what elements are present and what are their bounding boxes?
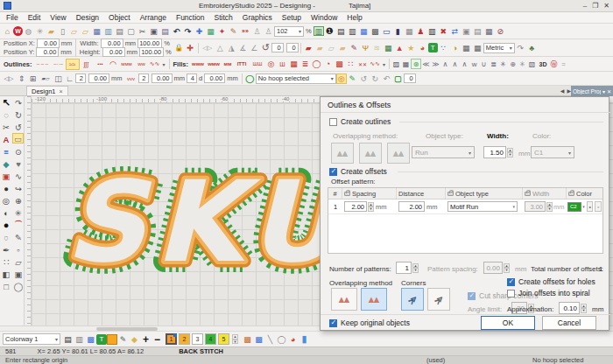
auto-scroll-icon[interactable]: ↷ — [515, 42, 526, 53]
skew-field[interactable]: 0 — [286, 43, 299, 52]
tab-design1[interactable]: Design1 × — [26, 86, 68, 95]
patch-icon[interactable]: ▰ — [337, 42, 349, 53]
wave-outline-icon[interactable]: ∿∿ — [149, 59, 161, 70]
colorway-editor-icon[interactable]: ▦ — [358, 25, 370, 37]
weld-tool[interactable]: ◯ — [12, 280, 25, 292]
print-preview-icon[interactable]: ▢ — [125, 25, 137, 37]
panel-close-icon[interactable]: ✕ — [607, 88, 611, 94]
reset-hoop-icon[interactable]: ↶ — [381, 73, 392, 84]
feather-left-icon[interactable]: ≪ — [421, 59, 431, 70]
ok-button[interactable]: OK — [481, 316, 535, 330]
menu-item[interactable]: Object — [109, 13, 130, 22]
spool-icon[interactable]: ▮ — [299, 333, 310, 345]
color-wheel2-icon[interactable]: ◕ — [287, 333, 299, 345]
lettering-tool[interactable]: A — [0, 133, 12, 145]
rotate-cw-icon[interactable]: ∠ — [249, 42, 260, 53]
color-chip[interactable]: 4 — [205, 333, 216, 345]
circle-outline-icon[interactable]: ◯ — [276, 333, 287, 345]
needle-threader-icon[interactable]: Ψ — [360, 42, 371, 53]
mesh-effect-icon[interactable]: ▦ — [401, 59, 411, 70]
outline-patch-icon[interactable]: ▱ — [326, 42, 337, 53]
mirror-x-icon[interactable]: ◁▷ — [201, 42, 215, 53]
close-button[interactable]: ✕ — [603, 2, 609, 10]
spiral-fill-icon[interactable]: ◔ — [322, 59, 334, 70]
save-icon[interactable]: ▦ — [91, 25, 102, 37]
space-evenly-icon[interactable]: ▰▱ — [39, 73, 53, 84]
thread-colors-icon[interactable]: ▥ — [347, 25, 358, 37]
grid-count-field[interactable]: 4 — [187, 74, 197, 83]
export-icon[interactable]: ▥ — [102, 25, 114, 37]
edit-color-button[interactable]: • — [587, 201, 594, 212]
menu-item[interactable]: View — [50, 13, 66, 22]
hoop-center-icon[interactable]: ◎ — [336, 74, 347, 84]
lasso-select-tool[interactable]: ◌ — [0, 108, 12, 121]
units-select[interactable]: Metric▾ — [483, 43, 515, 53]
current-color-swatch[interactable] — [107, 334, 117, 345]
color-picker-icon[interactable]: ✎ — [117, 333, 129, 345]
corner-round-button[interactable]: ≫ — [427, 288, 450, 311]
jagged-a-icon[interactable]: ∧ — [440, 59, 450, 70]
object-properties-panel-header[interactable]: Object Properties ▾ ✕ — [571, 86, 613, 96]
machine-icon[interactable]: ✖ — [438, 25, 449, 37]
beads-icon[interactable]: ∵ — [438, 42, 449, 53]
equal-icon[interactable]: = — [559, 59, 568, 70]
stitch-density-icon[interactable]: ▦ — [404, 25, 415, 37]
motif-fill-icon[interactable]: ШШ — [250, 59, 265, 70]
star-icon[interactable]: ★ — [405, 42, 417, 53]
arc-tool[interactable]: ⌒ — [12, 219, 25, 231]
col-distance[interactable]: Distance — [398, 190, 424, 198]
col-number[interactable]: # — [333, 190, 336, 198]
motif-outline-icon[interactable]: –··– — [52, 59, 66, 70]
print-icon[interactable]: ▤ — [114, 25, 125, 37]
flower-tool[interactable]: ✳ — [12, 206, 25, 219]
kaleidoscope-icon[interactable]: ✳ — [518, 59, 527, 70]
menu-item[interactable]: Window — [311, 13, 337, 22]
col-color[interactable]: Color — [576, 190, 592, 198]
align-left-right-icon[interactable]: ◁▷ — [2, 73, 16, 84]
redraw-tool[interactable]: ↻ — [12, 108, 25, 121]
florentine-icon[interactable]: ✳ — [498, 59, 508, 70]
backstitch-outline-icon[interactable]: ≈≈ — [66, 59, 80, 70]
freehand-tool[interactable]: ∿ — [12, 170, 25, 182]
satin-fill-icon[interactable]: ᴡᴡᴡ — [190, 59, 206, 70]
outline-color-select[interactable]: C1▾ — [531, 146, 574, 158]
contour-fill-icon[interactable]: ≣ — [299, 59, 311, 70]
col-width[interactable]: Width — [532, 190, 549, 198]
color-grid-icon[interactable]: ▩ — [85, 333, 96, 345]
satin-raised-fill-icon[interactable]: ᴡᴍᴡ — [206, 59, 222, 70]
position-y-field[interactable]: 0.00 — [36, 47, 59, 57]
angle-icon[interactable]: ∟ — [64, 73, 75, 84]
monogram-tool[interactable]: ◆ — [0, 158, 12, 170]
grid-settings-icon[interactable]: ▦ — [472, 42, 483, 53]
object-type-select[interactable]: Run▾ — [412, 146, 475, 158]
add-color-icon[interactable]: + — [140, 333, 151, 345]
star-effect-icon[interactable]: ⊛ — [411, 59, 421, 69]
curve-effect-icon[interactable]: ∪ — [479, 59, 489, 70]
stipple-fill-icon[interactable]: ∷ — [345, 59, 356, 70]
element-icon[interactable]: ✦ — [216, 25, 228, 37]
row-width-field[interactable]: 3.00 — [525, 201, 546, 212]
feather-right-icon[interactable]: ≫ — [431, 59, 440, 70]
align-centers-icon[interactable]: ⊞ — [27, 73, 39, 84]
open-recent-icon[interactable]: ▱ — [80, 25, 91, 37]
hatch-effect-icon[interactable]: ▨ — [391, 59, 401, 70]
tab-close-icon[interactable]: × — [60, 88, 63, 94]
split-tool[interactable]: ◧ — [0, 268, 12, 280]
color-chip[interactable]: 3 — [192, 333, 203, 345]
line-tool-icon[interactable]: ╲ — [264, 333, 276, 345]
col-spacing[interactable]: Spacing — [352, 190, 376, 198]
lock-icon[interactable] — [344, 192, 350, 196]
create-offsets-for-holes-checkbox[interactable]: Create offsets for holes — [507, 277, 595, 286]
menu-item[interactable]: Design — [76, 13, 99, 22]
lattice-fill-icon[interactable]: ▦ — [288, 59, 299, 70]
overlap-none-button[interactable]: ▲▲ — [331, 143, 354, 164]
menu-item[interactable]: Arrange — [140, 13, 166, 22]
plant-icon[interactable]: ♣ — [526, 42, 538, 53]
select-tool[interactable]: ↖ — [0, 96, 12, 108]
keep-original-objects-checkbox[interactable]: Keep original objects — [329, 318, 410, 327]
zigzag-outline-icon[interactable]: ᴡᴡ — [135, 59, 149, 70]
pattern-spacing-spinner[interactable]: 0.00 ▲▼ — [483, 262, 510, 274]
show-hoop-icon[interactable]: ◯ — [244, 73, 256, 84]
insert-artwork-icon[interactable]: ▦ — [205, 25, 216, 37]
backtrack-tool[interactable]: ↪ — [12, 182, 25, 194]
